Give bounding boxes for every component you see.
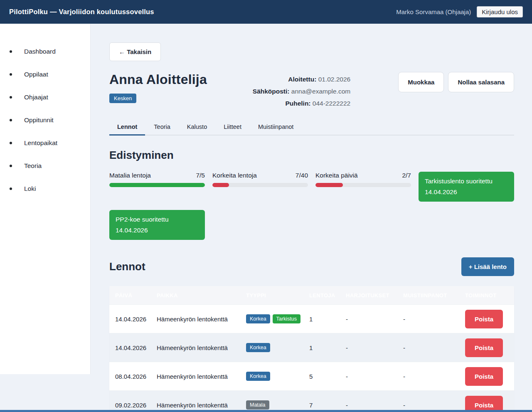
flights-table-body: 14.04.2026Hämeenkyrön lentokenttäKorkeaT… bbox=[109, 304, 514, 412]
app-title: PilottiPolku — Varjoliidon koulutussovel… bbox=[9, 8, 154, 16]
flight-count: 7 bbox=[308, 402, 345, 409]
flights-table-header: PÄIVÄPAIKKATYYPPILENTOJAHARJOITUKSETMUIS… bbox=[109, 286, 514, 304]
flight-actions-cell: Poista bbox=[464, 338, 509, 357]
progress-label-row: Korkeita päiviä2/7 bbox=[315, 172, 411, 179]
flight-date: 14.04.2026 bbox=[114, 316, 156, 323]
flights-section-header: Lennot + Lisää lento bbox=[109, 257, 514, 276]
sidebar-list: DashboardOppilaatOhjaajatOppitunnitLento… bbox=[0, 48, 90, 192]
type-badge-korkea: Korkea bbox=[246, 343, 270, 352]
sidebar-item-ohjaajat[interactable]: Ohjaajat bbox=[0, 94, 90, 101]
flight-notes: - bbox=[402, 316, 464, 323]
email-line: Sähköposti: anna@example.com bbox=[253, 85, 350, 97]
sidebar-item-label: Teoria bbox=[24, 162, 42, 170]
type-badge-matala: Matala bbox=[246, 400, 269, 410]
top-bar: PilottiPolku — Varjoliidon koulutussovel… bbox=[0, 0, 532, 24]
student-profile-header: Anna Aloittelija Kesken Aloitettu: 01.02… bbox=[109, 72, 514, 109]
flight-date: 08.04.2026 bbox=[114, 373, 156, 380]
flight-notes: - bbox=[402, 344, 464, 351]
column-header-harjoitukset: HARJOITUKSET bbox=[345, 292, 402, 299]
sidebar-item-label: Lentopaikat bbox=[24, 139, 57, 147]
flights-heading: Lennot bbox=[109, 260, 145, 273]
flight-exercises: - bbox=[345, 344, 402, 351]
add-flight-button[interactable]: + Lisää lento bbox=[461, 257, 514, 276]
sidebar-item-oppilaat[interactable]: Oppilaat bbox=[0, 71, 90, 78]
profile-actions: Muokkaa Nollaa salasana bbox=[398, 72, 514, 92]
sidebar-item-loki[interactable]: Loki bbox=[0, 185, 90, 192]
flight-notes: - bbox=[402, 402, 464, 409]
tab-lennot[interactable]: Lennot bbox=[109, 119, 145, 136]
column-header-tyyppi: TYYPPI bbox=[245, 292, 308, 299]
milestone-card-pp2-koe-suoritettu: PP2-koe suoritettu14.04.2026 bbox=[109, 210, 205, 240]
sidebar-item-lentopaikat[interactable]: Lentopaikat bbox=[0, 139, 90, 147]
type-badge-tarkistus: Tarkistus bbox=[273, 314, 300, 323]
started-value: 01.02.2026 bbox=[318, 76, 351, 83]
status-badge: Kesken bbox=[109, 94, 136, 103]
started-label: Aloitettu: bbox=[288, 76, 316, 83]
sidebar-item-oppitunnit[interactable]: Oppitunnit bbox=[0, 116, 90, 124]
progress-bar-track bbox=[109, 183, 205, 187]
edit-button[interactable]: Muokkaa bbox=[398, 72, 444, 92]
main-content: ← Takaisin Anna Aloittelija Kesken Aloit… bbox=[91, 24, 532, 412]
flight-exercises: - bbox=[345, 402, 402, 409]
flight-actions-cell: Poista bbox=[464, 367, 509, 386]
column-header-p-iv: PÄIVÄ bbox=[114, 292, 156, 299]
progress-item-matalia-lentoja: Matalia lentoja7/5 bbox=[109, 172, 205, 187]
sidebar-item-dashboard[interactable]: Dashboard bbox=[0, 48, 90, 55]
tab-kalusto[interactable]: Kalusto bbox=[179, 119, 215, 136]
student-info-block: Aloitettu: 01.02.2026 Sähköposti: anna@e… bbox=[253, 73, 350, 109]
progress-bar-fill bbox=[109, 183, 205, 187]
progress-label-row: Matalia lentoja7/5 bbox=[109, 172, 205, 179]
column-header-lentoja: LENTOJA bbox=[308, 292, 345, 299]
flight-count: 1 bbox=[308, 344, 345, 351]
sidebar-item-teoria[interactable]: Teoria bbox=[0, 162, 90, 170]
table-row: 14.04.2026Hämeenkyrön lentokenttäKorkeaT… bbox=[109, 304, 514, 333]
tab-muistiinpanot[interactable]: Muistiinpanot bbox=[250, 119, 301, 136]
sidebar-nav: DashboardOppilaatOhjaajatOppitunnitLento… bbox=[0, 24, 91, 374]
student-name: Anna Aloittelija bbox=[109, 72, 253, 87]
flight-place: Hämeenkyrön lentokenttä bbox=[156, 402, 245, 409]
started-line: Aloitettu: 01.02.2026 bbox=[253, 73, 350, 85]
sidebar-item-label: Loki bbox=[24, 185, 36, 192]
progress-bar-track bbox=[315, 183, 411, 187]
back-button[interactable]: ← Takaisin bbox=[109, 42, 161, 61]
logout-button[interactable]: Kirjaudu ulos bbox=[477, 6, 523, 17]
progress-bar-fill bbox=[212, 183, 229, 187]
progress-heading: Edistyminen bbox=[109, 149, 514, 162]
email-label: Sähköposti: bbox=[253, 88, 290, 95]
sidebar-item-label: Dashboard bbox=[24, 48, 56, 55]
progress-label: Matalia lentoja bbox=[109, 172, 151, 179]
table-row: 09.02.2026Hämeenkyrön lentokenttäMatala7… bbox=[109, 390, 514, 412]
delete-flight-button[interactable]: Poista bbox=[465, 367, 503, 386]
bullet-icon bbox=[10, 165, 12, 167]
flight-type-cell: Matala bbox=[245, 400, 308, 410]
progress-value: 7/5 bbox=[196, 172, 205, 179]
milestone-title: Tarkistuslento suoritettu bbox=[425, 176, 508, 187]
bottom-accent-bar bbox=[0, 410, 532, 412]
delete-flight-button[interactable]: Poista bbox=[465, 310, 503, 328]
progress-value: 7/40 bbox=[296, 172, 308, 179]
tab-liitteet[interactable]: Liitteet bbox=[216, 119, 249, 136]
reset-password-button[interactable]: Nollaa salasana bbox=[448, 72, 514, 92]
progress-bar-track bbox=[212, 183, 308, 187]
bullet-icon bbox=[10, 142, 12, 144]
tab-teoria[interactable]: Teoria bbox=[146, 119, 178, 136]
flight-type-cell: KorkeaTarkistus bbox=[245, 314, 308, 323]
progress-bar-fill bbox=[315, 183, 343, 187]
type-badge-korkea: Korkea bbox=[246, 314, 270, 323]
bullet-icon bbox=[10, 96, 12, 99]
flight-place: Hämeenkyrön lentokenttä bbox=[156, 344, 245, 351]
flights-table: PÄIVÄPAIKKATYYPPILENTOJAHARJOITUKSETMUIS… bbox=[109, 286, 514, 412]
student-name-block: Anna Aloittelija Kesken bbox=[109, 72, 253, 103]
progress-grid: Matalia lentoja7/5Korkeita lentoja7/40Ko… bbox=[109, 172, 514, 240]
tab-bar: LennotTeoriaKalustoLiitteetMuistiinpanot bbox=[109, 119, 514, 136]
flight-count: 5 bbox=[308, 373, 345, 380]
flight-date: 14.04.2026 bbox=[114, 344, 156, 351]
delete-flight-button[interactable]: Poista bbox=[465, 338, 503, 357]
column-header-paikka: PAIKKA bbox=[156, 292, 245, 299]
flight-place: Hämeenkyrön lentokenttä bbox=[156, 373, 245, 380]
progress-item-korkeita-lentoja: Korkeita lentoja7/40 bbox=[212, 172, 308, 187]
phone-label: Puhelin: bbox=[285, 100, 310, 107]
flight-exercises: - bbox=[345, 373, 402, 380]
flight-count: 1 bbox=[308, 316, 345, 323]
column-header-muistiinpanot: MUISTIINPANOT bbox=[402, 292, 464, 299]
